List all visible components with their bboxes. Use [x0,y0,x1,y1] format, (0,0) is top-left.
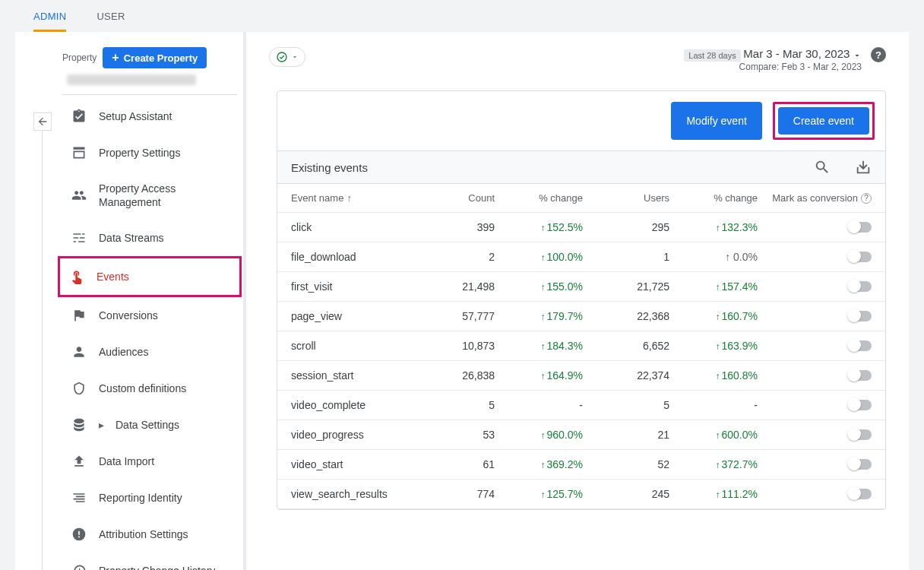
sidebar-item-attribution-settings[interactable]: Attribution Settings [62,516,237,553]
col-change-count[interactable]: % change [504,192,587,204]
people-icon [71,188,87,203]
tab-user[interactable]: USER [97,0,125,32]
tab-admin[interactable]: ADMIN [33,0,66,32]
sidebar-item-property-change-history[interactable]: Property Change History [62,553,237,570]
table-row: view_search_results774125.7%245111.2% [277,480,885,509]
sidebar-item-property-settings[interactable]: Property Settings [62,135,237,171]
status-chip[interactable] [269,47,305,67]
event-users: 245 [587,488,679,500]
event-users: 22,374 [587,369,679,382]
table-row: scroll10,873184.3%6,652163.9% [277,331,885,361]
col-event-name[interactable]: Event name↑ [291,192,443,204]
conversion-toggle[interactable] [849,370,872,381]
table-row: first_visit21,498155.0%21,725157.4% [277,272,885,302]
sidebar-item-label: Conversions [99,309,158,322]
count-change: 960.0% [504,429,587,441]
create-event-highlight: Create event [773,102,875,140]
event-users: 5 [587,399,679,411]
sidebar-item-property-access-management[interactable]: Property Access Management [62,171,237,220]
attribution-icon [71,527,87,542]
create-event-button[interactable]: Create event [778,107,869,135]
event-name[interactable]: view_search_results [291,488,443,500]
sidebar-item-data-import[interactable]: Data Import [62,443,237,480]
sidebar-item-custom-definitions[interactable]: Custom definitions [62,370,237,407]
sidebar-item-conversions[interactable]: Conversions [62,297,237,334]
create-property-button[interactable]: + Create Property [103,47,207,68]
help-icon[interactable]: ? [871,47,886,62]
sidebar-item-label: Property Change History [99,564,215,570]
table-row: click399152.5%295132.3% [277,213,885,242]
sidebar-item-data-streams[interactable]: Data Streams [62,220,237,256]
col-mark-conversion: Mark as conversion ? [762,192,872,204]
touch-icon [69,269,84,284]
event-count: 53 [443,429,504,441]
sidebar-item-label: Data Settings [115,418,179,432]
sidebar-item-label: Data Import [99,454,154,468]
conversion-toggle[interactable] [849,311,872,321]
users-change: 600.0% [679,429,762,441]
event-name[interactable]: scroll [291,340,443,352]
col-change-users[interactable]: % change [679,192,762,204]
help-tooltip-icon[interactable]: ? [861,193,872,204]
event-name[interactable]: page_view [291,310,443,322]
sidebar-item-label: Audiences [99,345,148,359]
date-range-text: Mar 3 - Mar 30, 2023 [743,47,850,60]
conversion-toggle[interactable] [849,400,872,410]
event-users: 1 [587,251,679,263]
event-count: 774 [443,488,504,500]
sidebar-item-events[interactable]: Events [58,256,242,297]
event-name[interactable]: file_download [291,251,443,263]
users-change: 160.8% [679,369,762,382]
count-change: 152.5% [504,221,587,233]
search-icon[interactable] [814,159,831,176]
modify-event-button[interactable]: Modify event [671,102,761,140]
count-change: 155.0% [504,280,587,293]
users-change: ↑ 0.0% [679,251,762,263]
count-change: 184.3% [504,340,587,352]
conversion-toggle[interactable] [849,459,872,470]
conversion-toggle[interactable] [849,222,872,233]
events-table: Event name↑ Count % change Users % chang… [277,184,885,509]
event-count: 61 [443,458,504,470]
count-change: 164.9% [504,369,587,382]
table-row: video_start61369.2%52372.7% [277,450,885,480]
back-button[interactable] [33,112,52,131]
table-row: video_progress53960.0%21600.0% [277,420,885,450]
date-range-selector[interactable]: Last 28 days Mar 3 - Mar 30, 2023 [684,47,862,60]
event-users: 295 [587,221,679,233]
conversion-toggle[interactable] [849,340,872,351]
event-name[interactable]: session_start [291,369,443,382]
event-name[interactable]: first_visit [291,280,443,293]
conversion-toggle[interactable] [849,489,872,499]
event-name[interactable]: video_start [291,458,443,470]
event-users: 21 [587,429,679,441]
conversion-toggle[interactable] [849,281,872,292]
count-change: - [504,399,587,411]
existing-events-title: Existing events [291,161,368,174]
sidebar-item-audiences[interactable]: Audiences [62,334,237,370]
event-count: 10,873 [443,340,504,352]
sidebar-item-label: Data Streams [99,231,164,245]
event-users: 22,368 [587,310,679,322]
download-icon[interactable] [855,159,872,176]
compare-range-text: Compare: Feb 3 - Mar 2, 2023 [684,62,862,72]
count-change: 100.0% [504,251,587,263]
col-count[interactable]: Count [443,192,504,204]
flag-icon [71,308,87,323]
table-row: file_download2100.0%1↑ 0.0% [277,242,885,272]
event-name[interactable]: video_progress [291,429,443,441]
sidebar-item-setup-assistant[interactable]: Setup Assistant [62,98,237,135]
count-change: 125.7% [504,488,587,500]
sidebar-item-label: Setup Assistant [99,109,172,123]
dropdown-icon [853,51,862,60]
col-users[interactable]: Users [587,192,679,204]
conversion-toggle[interactable] [849,429,872,440]
event-name[interactable]: video_complete [291,399,443,411]
audiences-icon [71,344,87,359]
check-circle-icon [276,51,288,63]
event-users: 52 [587,458,679,470]
conversion-toggle[interactable] [849,252,872,262]
event-name[interactable]: click [291,221,443,233]
sidebar-item-reporting-identity[interactable]: Reporting Identity [62,480,237,516]
sidebar-item-data-settings[interactable]: ▸Data Settings [62,407,237,443]
